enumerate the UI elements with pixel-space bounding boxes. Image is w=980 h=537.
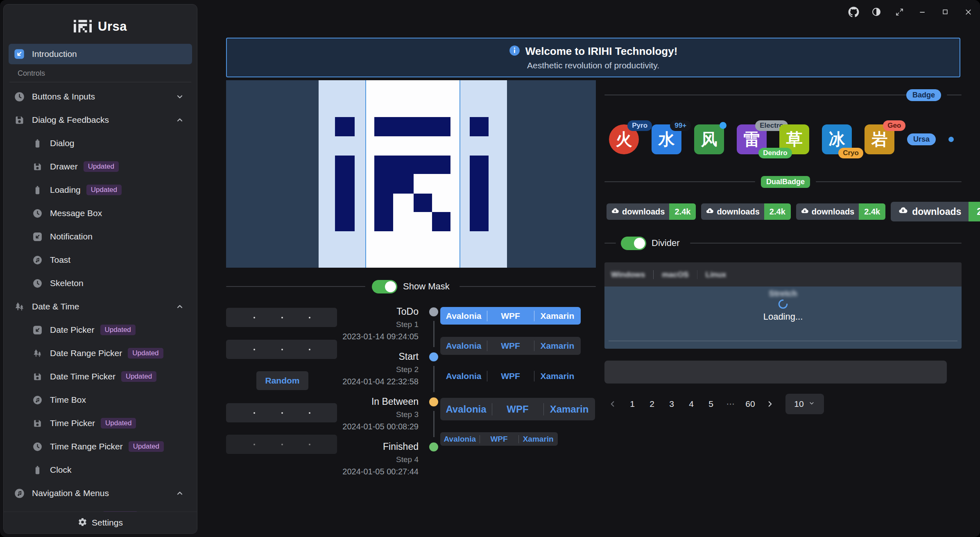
- text-input[interactable]: [604, 361, 947, 384]
- downloads-dual-badge[interactable]: downloads2.4k: [796, 203, 885, 220]
- random-button[interactable]: Random: [256, 371, 308, 390]
- info-icon: [509, 45, 520, 58]
- updated-badge: Updated: [84, 161, 119, 172]
- ip-box-input[interactable]: [226, 340, 337, 359]
- wpf-button[interactable]: WPF: [487, 371, 534, 381]
- sidebar-item-loading[interactable]: LoadingUpdated: [9, 181, 192, 199]
- downloads-dual-badge[interactable]: downloads2.4k: [891, 202, 980, 221]
- xamarin-button[interactable]: Xamarin: [534, 371, 581, 381]
- tab-separator: [697, 270, 697, 279]
- xamarin-button[interactable]: Xamarin: [534, 311, 581, 321]
- page-button-3[interactable]: 3: [664, 394, 679, 414]
- sidebar-item-clock[interactable]: Clock: [9, 460, 192, 479]
- page-button-60[interactable]: 60: [743, 394, 758, 414]
- sidebar-item-date-time[interactable]: Date & Time: [9, 297, 192, 316]
- page-button-2[interactable]: 2: [645, 394, 659, 414]
- badge-tiles-row: 火Pyro水99+风雷Electro草Dendro冰Cryo岩GeoUrsa: [609, 124, 954, 154]
- note-icon: [32, 394, 43, 406]
- step-connector: [433, 321, 435, 347]
- settings-button[interactable]: Settings: [4, 512, 197, 533]
- ip-separator-dot: [309, 444, 310, 445]
- tile-character: 火: [616, 128, 632, 151]
- page-button-4[interactable]: 4: [684, 394, 699, 414]
- sidebar-item-message-box[interactable]: Message Box: [9, 204, 192, 223]
- sidebar-item-time-box[interactable]: Time Box: [9, 390, 192, 409]
- dual-badge-value: 2.4k: [669, 203, 696, 220]
- ip-box-input[interactable]: [226, 308, 337, 327]
- sidebar-item-navigation-menus[interactable]: Navigation & Menus: [9, 484, 192, 503]
- sidebar-item-dialog-feedbacks[interactable]: Dialog & Feedbacks: [9, 111, 192, 129]
- theme-toggle-button[interactable]: [870, 6, 883, 18]
- sidebar-item-time-picker[interactable]: Time PickerUpdated: [9, 414, 192, 433]
- logo-pixel: [374, 117, 450, 136]
- floppy-icon: [32, 371, 43, 382]
- divider-toggle[interactable]: [621, 237, 646, 250]
- chevron-down-icon: [808, 399, 815, 409]
- sidebar-item-introduction[interactable]: Introduction: [9, 44, 192, 64]
- note-icon: [14, 487, 25, 499]
- ip-box-input[interactable]: [226, 403, 337, 422]
- xamarin-button[interactable]: Xamarin: [543, 404, 595, 415]
- avalonia-button[interactable]: Avalonia: [440, 341, 487, 351]
- dot-badge: [720, 122, 727, 129]
- button-groups: AvaloniaWPFXamarinAvaloniaWPFXamarinAval…: [440, 307, 596, 446]
- divider-line: [226, 286, 365, 287]
- tile-character: 风: [701, 128, 717, 151]
- maximize-button[interactable]: [939, 6, 951, 18]
- ip-box-input: [226, 435, 337, 454]
- sidebar-item-skeleton[interactable]: Skeleton: [9, 274, 192, 293]
- tab-macos[interactable]: macOS: [662, 270, 688, 279]
- avalonia-button[interactable]: Avalonia: [440, 311, 487, 321]
- sidebar: Ursa Introduction Controls Buttons & Inp…: [3, 4, 197, 534]
- avalonia-button[interactable]: Avalonia: [440, 404, 492, 415]
- step-item: StartStep 22024-01-04 22:32:58: [341, 351, 419, 396]
- sidebar-item-date-time-picker[interactable]: Date Time PickerUpdated: [9, 367, 192, 386]
- note-icon: [32, 254, 43, 266]
- tab-linux[interactable]: Linux: [706, 270, 727, 279]
- avalonia-button[interactable]: Avalonia: [440, 371, 487, 381]
- expand-button[interactable]: [893, 6, 905, 18]
- floppy-icon: [14, 114, 25, 126]
- show-mask-label: Show Mask: [403, 281, 450, 292]
- floppy-icon: [32, 417, 43, 429]
- wpf-button[interactable]: WPF: [487, 341, 534, 351]
- sidebar-item-notification[interactable]: Notification: [9, 227, 192, 246]
- previous-page-button[interactable]: [605, 394, 620, 414]
- tab-bar: WindowsmacOSLinux: [604, 262, 962, 287]
- app-window: Ursa Introduction Controls Buttons & Inp…: [0, 0, 980, 537]
- loading-label: Loading...: [763, 311, 803, 322]
- sidebar-item-dialog[interactable]: Dialog: [9, 134, 192, 153]
- downloads-dual-badge[interactable]: downloads2.4k: [701, 203, 790, 220]
- sidebar-item-time-range-picker[interactable]: Time Range PickerUpdated: [9, 437, 192, 456]
- show-mask-toggle[interactable]: [372, 280, 397, 293]
- wpf-button[interactable]: WPF: [487, 311, 534, 321]
- divider-line: [604, 181, 755, 182]
- xamarin-button[interactable]: Xamarin: [534, 341, 581, 351]
- sidebar-item-date-range-picker[interactable]: Date Range PickerUpdated: [9, 344, 192, 363]
- page-button-5[interactable]: 5: [704, 394, 718, 414]
- sidebar-item-buttons-inputs[interactable]: Buttons & Inputs: [9, 87, 192, 106]
- sidebar-item-toast[interactable]: Toast: [9, 250, 192, 269]
- downloads-dual-badge[interactable]: downloads2.4k: [607, 203, 696, 220]
- avalonia-button[interactable]: Avalonia: [440, 435, 480, 444]
- page-button-1[interactable]: 1: [625, 394, 640, 414]
- sidebar-item-date-picker[interactable]: Date PickerUpdated: [9, 320, 192, 339]
- ip-separator-dot: [253, 412, 255, 414]
- badge-tile: 岩Geo: [865, 124, 894, 154]
- close-button[interactable]: [962, 6, 974, 18]
- github-button[interactable]: [847, 6, 860, 18]
- page-size-dropdown[interactable]: 10: [785, 394, 824, 414]
- panel-inner-divider: [609, 341, 957, 341]
- next-page-button[interactable]: [763, 394, 777, 414]
- xamarin-button[interactable]: Xamarin: [518, 435, 558, 444]
- sidebar-item-label: Introduction: [32, 49, 77, 59]
- sidebar-item-label: Toast: [50, 255, 70, 265]
- wpf-button[interactable]: WPF: [492, 404, 543, 415]
- ursa-badge-pill: Ursa: [907, 133, 936, 145]
- tile-badge-geo: Geo: [883, 120, 905, 131]
- arrow-square-icon: [32, 324, 43, 336]
- sidebar-item-drawer[interactable]: DrawerUpdated: [9, 157, 192, 176]
- wpf-button[interactable]: WPF: [480, 435, 519, 444]
- tab-windows[interactable]: Windows: [611, 270, 645, 279]
- minimize-button[interactable]: [916, 6, 928, 18]
